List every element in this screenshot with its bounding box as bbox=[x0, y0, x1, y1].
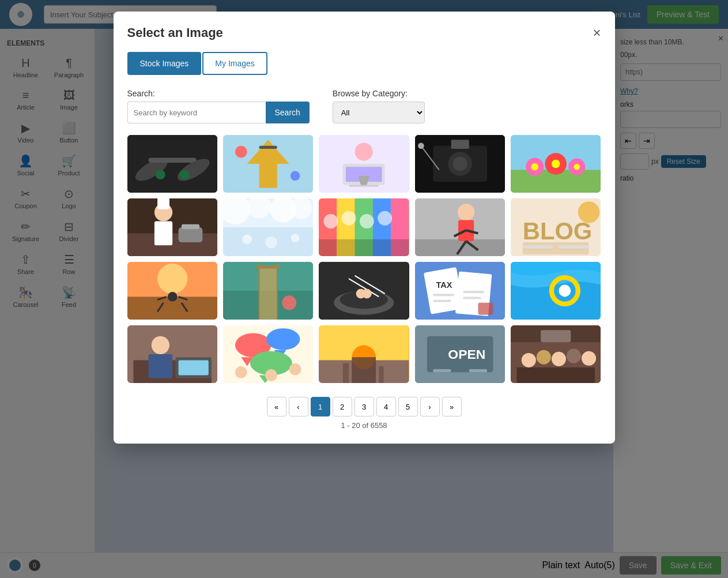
svg-text:TAX: TAX bbox=[436, 280, 452, 290]
svg-point-22 bbox=[452, 156, 467, 171]
pagination-last-btn[interactable]: » bbox=[442, 397, 462, 416]
search-input-row: Search bbox=[127, 102, 310, 123]
svg-rect-113 bbox=[178, 360, 208, 375]
image-thumb-20[interactable] bbox=[511, 325, 601, 383]
svg-rect-101 bbox=[433, 300, 451, 302]
svg-point-7 bbox=[179, 170, 189, 179]
image-thumb-12[interactable] bbox=[223, 262, 313, 320]
svg-rect-4 bbox=[148, 158, 196, 163]
image-thumb-8[interactable] bbox=[319, 198, 409, 256]
image-thumb-17[interactable] bbox=[223, 325, 313, 383]
pagination-first-btn[interactable]: « bbox=[267, 397, 286, 416]
svg-point-123 bbox=[289, 363, 301, 376]
pagination-prev-btn[interactable]: ‹ bbox=[289, 397, 308, 416]
image-thumb-5[interactable] bbox=[511, 135, 601, 193]
search-row: Search: Search Browse by Category: All B… bbox=[127, 89, 601, 123]
svg-rect-128 bbox=[343, 363, 349, 383]
svg-point-86 bbox=[282, 295, 296, 310]
image-thumb-7[interactable] bbox=[223, 198, 313, 256]
category-label: Browse by Category: bbox=[333, 89, 425, 98]
svg-rect-61 bbox=[415, 239, 505, 256]
svg-rect-37 bbox=[154, 222, 172, 246]
svg-point-57 bbox=[342, 211, 356, 226]
svg-point-122 bbox=[265, 369, 277, 381]
svg-rect-39 bbox=[178, 227, 202, 242]
image-thumb-19[interactable]: OPEN bbox=[415, 325, 505, 383]
svg-rect-38 bbox=[157, 198, 169, 209]
category-select[interactable]: All Business Nature People Technology bbox=[333, 102, 425, 123]
tab-row: Stock Images My Images bbox=[127, 52, 601, 75]
modal-close-button[interactable]: × bbox=[593, 26, 601, 40]
tab-my-images[interactable]: My Images bbox=[202, 52, 267, 75]
pagination-page-4-btn[interactable]: 4 bbox=[376, 397, 396, 416]
image-thumb-13[interactable] bbox=[319, 262, 409, 320]
image-thumb-6[interactable] bbox=[127, 198, 217, 256]
svg-point-71 bbox=[578, 201, 600, 223]
image-thumb-16[interactable] bbox=[127, 325, 217, 383]
image-thumb-3[interactable] bbox=[319, 135, 409, 193]
image-thumb-9[interactable] bbox=[415, 198, 505, 256]
svg-point-49 bbox=[291, 234, 300, 242]
pagination-page-1-btn[interactable]: 1 bbox=[311, 397, 330, 416]
svg-text:BLOG: BLOG bbox=[523, 217, 592, 245]
svg-point-139 bbox=[567, 349, 581, 363]
svg-rect-104 bbox=[478, 303, 493, 315]
image-thumb-1[interactable] bbox=[127, 135, 217, 193]
svg-point-121 bbox=[235, 366, 247, 378]
svg-rect-55 bbox=[319, 239, 409, 256]
svg-rect-73 bbox=[559, 245, 589, 248]
svg-rect-141 bbox=[517, 367, 595, 383]
svg-point-48 bbox=[265, 237, 277, 249]
svg-point-58 bbox=[360, 214, 374, 228]
modal-overlay: Select an Image × Stock Images My Images… bbox=[0, 0, 728, 578]
svg-point-62 bbox=[458, 204, 474, 220]
svg-point-75 bbox=[157, 264, 187, 294]
image-thumb-18[interactable] bbox=[319, 325, 409, 383]
image-thumb-11[interactable] bbox=[127, 262, 217, 320]
image-thumb-14[interactable]: TAX bbox=[415, 262, 505, 320]
pagination-page-2-btn[interactable]: 2 bbox=[333, 397, 352, 416]
svg-rect-103 bbox=[463, 296, 481, 299]
svg-point-77 bbox=[167, 292, 177, 302]
svg-point-110 bbox=[151, 336, 169, 354]
tab-stock-images[interactable]: Stock Images bbox=[127, 52, 202, 75]
svg-point-137 bbox=[537, 350, 551, 365]
svg-rect-111 bbox=[148, 354, 172, 378]
svg-point-33 bbox=[574, 164, 580, 170]
svg-rect-25 bbox=[451, 140, 469, 149]
svg-rect-85 bbox=[256, 265, 280, 268]
modal-title: Select an Image bbox=[127, 25, 223, 40]
image-thumb-2[interactable] bbox=[223, 135, 313, 193]
svg-rect-133 bbox=[433, 369, 451, 372]
pagination-next-btn[interactable]: › bbox=[420, 397, 440, 416]
svg-rect-70 bbox=[523, 242, 589, 254]
image-thumb-10[interactable]: BLOG bbox=[511, 198, 601, 256]
svg-point-95 bbox=[362, 289, 372, 299]
svg-point-117 bbox=[266, 328, 300, 350]
image-thumb-4[interactable] bbox=[415, 135, 505, 193]
search-button[interactable]: Search bbox=[266, 102, 310, 123]
select-image-modal: Select an Image × Stock Images My Images… bbox=[114, 12, 615, 444]
svg-rect-134 bbox=[469, 369, 487, 372]
svg-point-10 bbox=[235, 146, 247, 158]
svg-text:OPEN: OPEN bbox=[448, 347, 485, 362]
pagination-page-3-btn[interactable]: 3 bbox=[354, 397, 374, 416]
svg-point-136 bbox=[522, 353, 536, 367]
pagination: « ‹ 1 2 3 4 5 › » 1 - 20 of 6558 bbox=[127, 397, 601, 430]
image-grid: BLOG bbox=[127, 135, 601, 383]
svg-point-6 bbox=[156, 170, 165, 179]
image-thumb-15[interactable] bbox=[511, 262, 601, 320]
search-label: Search: bbox=[127, 89, 310, 98]
svg-rect-84 bbox=[259, 267, 277, 320]
svg-rect-143 bbox=[541, 330, 571, 342]
search-input[interactable] bbox=[127, 102, 266, 123]
svg-rect-17 bbox=[349, 185, 379, 186]
category-group: Browse by Category: All Business Nature … bbox=[333, 89, 425, 123]
svg-point-107 bbox=[559, 285, 571, 297]
pagination-page-5-btn[interactable]: 5 bbox=[398, 397, 418, 416]
svg-rect-102 bbox=[463, 291, 484, 293]
svg-rect-72 bbox=[523, 245, 553, 248]
svg-point-24 bbox=[418, 143, 424, 149]
svg-point-140 bbox=[582, 351, 596, 366]
svg-rect-100 bbox=[433, 294, 454, 296]
